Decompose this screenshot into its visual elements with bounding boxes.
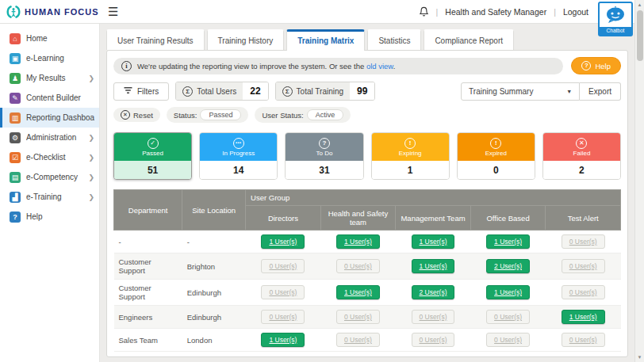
status-card-label: Expired	[485, 150, 507, 157]
sidebar-item-content-builder[interactable]: ✎Content Builder	[0, 88, 99, 108]
status-card-label: Failed	[573, 150, 591, 157]
users-count-button[interactable]: 1 User(s)	[336, 234, 380, 249]
site-location-cell: Edinburgh	[182, 306, 246, 329]
users-count-button[interactable]: 0 User(s)	[562, 259, 605, 273]
users-count-button[interactable]: 0 User(s)	[412, 333, 455, 347]
status-card-passed[interactable]: ✓Passed51	[113, 132, 192, 180]
users-count-button[interactable]: 0 User(s)	[261, 310, 305, 324]
sidebar-item-e-learning[interactable]: ▣e-Learning	[0, 48, 99, 68]
help-button[interactable]: ? Help	[571, 57, 621, 74]
reset-x-circle-icon: ✕	[121, 110, 130, 120]
users-count-button[interactable]: 1 User(s)	[412, 259, 455, 273]
sidebar-item-label: My Results	[26, 74, 82, 82]
chatbot-button[interactable]: Chatbot	[598, 2, 633, 36]
users-count-button[interactable]: 0 User(s)	[336, 310, 380, 324]
sidebar-item-home[interactable]: ⌂Home	[0, 29, 99, 48]
scroll-down-arrow-icon[interactable]: ▼	[635, 352, 644, 362]
sidebar-item-e-competency[interactable]: ▤e-Competency❯	[0, 167, 99, 187]
user-count-cell: 0 User(s)	[246, 253, 321, 280]
users-count-button[interactable]: 0 User(s)	[486, 333, 530, 347]
tab-user-training-results[interactable]: User Training Results	[106, 29, 205, 50]
tab-training-history[interactable]: Training History	[207, 29, 285, 50]
brand-name: HUMAN FOCUS	[25, 7, 99, 17]
sidebar-item-reporting-dashboard[interactable]: ▥Reporting Dashboard	[0, 108, 99, 128]
user-role-label[interactable]: Health and Safety Manager	[445, 7, 546, 17]
status-card-to-do[interactable]: ?To Do31	[285, 132, 363, 180]
status-card-failed[interactable]: ✕Failed2	[542, 132, 621, 180]
sidebar-item-label: Content Builder	[26, 93, 94, 102]
toolbar-right: Training Summary ▼ Export	[461, 82, 621, 101]
column-header-directors: Directors	[246, 206, 321, 231]
user-count-cell: 1 User(s)	[546, 306, 621, 329]
sidebar-item-label: Administration	[26, 133, 82, 142]
users-count-button[interactable]: 1 User(s)	[261, 333, 305, 347]
user-status-filter-chip[interactable]: User Status: Active	[255, 107, 351, 123]
e-competency-icon: ▤	[10, 172, 21, 183]
status-card-label: To Do	[316, 150, 332, 157]
sidebar-item-label: e-Checklist	[26, 153, 82, 162]
question-circle-icon: ?	[319, 138, 330, 149]
help-question-icon: ?	[581, 61, 591, 70]
status-card-in-progress[interactable]: ⋯In Progress14	[199, 132, 278, 180]
reporting-dashboard-icon: ▥	[10, 112, 21, 124]
filters-button[interactable]: Filters	[113, 82, 169, 101]
sidebar-item-my-results[interactable]: ♟My Results❯	[0, 68, 99, 88]
reset-filters-chip[interactable]: ✕ Reset	[113, 108, 160, 122]
status-card-expiring[interactable]: !Expiring1	[371, 132, 450, 180]
tab-statistics[interactable]: Statistics	[367, 29, 421, 50]
scrollbar-thumb[interactable]	[637, 10, 643, 61]
user-count-cell: 1 User(s)	[470, 280, 546, 306]
human-focus-logo-icon	[6, 6, 21, 18]
site-location-cell: -	[182, 231, 246, 253]
users-count-button[interactable]: 0 User(s)	[562, 333, 605, 347]
user-count-cell: 0 User(s)	[320, 253, 396, 280]
users-count-button[interactable]: 1 User(s)	[261, 234, 305, 249]
sidebar-item-administration[interactable]: ⚙Administration❯	[0, 128, 99, 147]
users-count-button[interactable]: 2 User(s)	[412, 285, 455, 299]
users-count-button[interactable]: 0 User(s)	[562, 285, 605, 299]
users-count-button[interactable]: 1 User(s)	[486, 234, 530, 249]
sigma-icon: Σ	[282, 86, 293, 97]
chevron-down-icon: ▼	[566, 89, 572, 94]
tab-compliance-report[interactable]: Compliance Report	[424, 29, 514, 50]
sidebar-item-e-training[interactable]: ▟e-Training❯	[0, 187, 99, 207]
chatbot-icon	[605, 3, 626, 27]
users-count-button[interactable]: 2 User(s)	[486, 259, 530, 273]
users-count-button[interactable]: 0 User(s)	[486, 310, 530, 324]
notifications-bell-icon[interactable]	[419, 6, 429, 17]
users-count-button[interactable]: 0 User(s)	[336, 259, 380, 273]
home-icon: ⌂	[10, 33, 21, 44]
users-count-button[interactable]: 0 User(s)	[562, 234, 605, 249]
users-count-button[interactable]: 0 User(s)	[412, 310, 455, 324]
old-view-link[interactable]: old view	[366, 62, 393, 70]
page-scrollbar[interactable]: ▲ ▼	[634, 0, 644, 362]
sidebar-nav: ⌂Home▣e-Learning♟My Results❯✎Content Bui…	[0, 24, 100, 362]
users-count-button[interactable]: 1 User(s)	[486, 285, 530, 299]
sigma-icon: Σ	[182, 86, 193, 97]
users-count-button[interactable]: 0 User(s)	[261, 285, 305, 299]
users-count-button[interactable]: 0 User(s)	[336, 333, 380, 347]
tab-training-matrix[interactable]: Training Matrix	[286, 29, 365, 51]
sidebar-item-e-checklist[interactable]: ☑e-Checklist❯	[0, 147, 99, 167]
banner-text: We're updating the reporting view to imp…	[137, 62, 395, 70]
user-count-cell: 1 User(s)	[320, 231, 396, 253]
export-button[interactable]: Export	[580, 82, 621, 101]
users-count-button[interactable]: 1 User(s)	[562, 310, 605, 324]
sidebar-item-help[interactable]: ?Help	[0, 207, 99, 227]
users-count-button[interactable]: 1 User(s)	[412, 234, 455, 249]
status-filter-value: Passed	[200, 109, 241, 120]
department-cell: Engineers	[114, 306, 182, 329]
report-type-select[interactable]: Training Summary ▼	[461, 82, 580, 101]
scroll-up-arrow-icon[interactable]: ▲	[635, 0, 644, 10]
status-card-count: 1	[372, 161, 449, 179]
logout-link[interactable]: Logout	[563, 7, 588, 17]
column-header-department: Department	[114, 190, 182, 231]
status-filter-chip[interactable]: Status: Passed	[167, 107, 249, 123]
content-builder-icon: ✎	[10, 93, 21, 104]
e-training-icon: ▟	[10, 192, 21, 203]
content-card: i We're updating the reporting view to i…	[106, 50, 628, 357]
users-count-button[interactable]: 0 User(s)	[261, 259, 305, 273]
menu-hamburger-icon[interactable]: ☰	[108, 6, 118, 17]
users-count-button[interactable]: 1 User(s)	[336, 285, 380, 299]
status-card-expired[interactable]: !Expired0	[457, 132, 535, 180]
